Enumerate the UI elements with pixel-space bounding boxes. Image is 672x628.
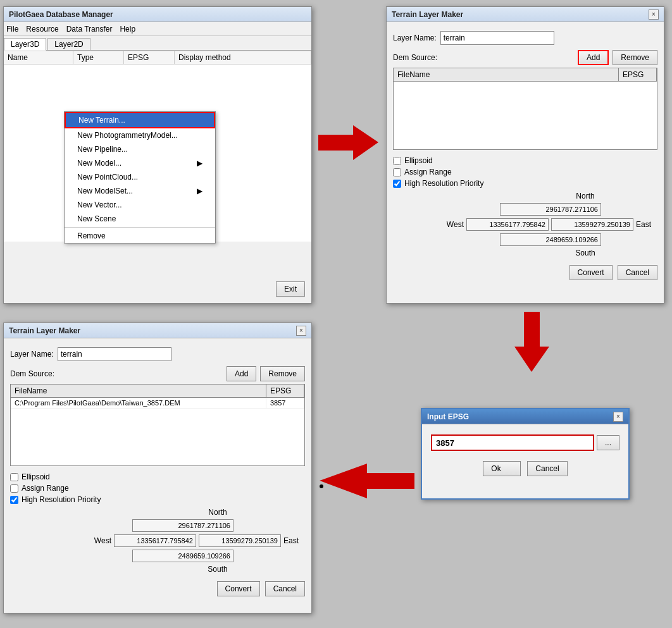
exit-button[interactable]: Exit bbox=[276, 281, 305, 297]
menu-help[interactable]: Help bbox=[120, 25, 135, 34]
bl-west-label-inline: West bbox=[94, 536, 111, 545]
bl-coord-section: North West East South bbox=[4, 505, 311, 576]
bl-assign-range-label: Assign Range bbox=[22, 484, 69, 493]
tr-convert-button[interactable]: Convert bbox=[569, 265, 613, 280]
bl-cancel-button[interactable]: Cancel bbox=[265, 581, 305, 596]
bl-layer-name-row: Layer Name: bbox=[4, 345, 311, 364]
tr-ellipsoid-label: Ellipsoid bbox=[404, 156, 433, 165]
terrain-maker-bl-title: Terrain Layer Maker bbox=[9, 326, 80, 335]
bl-file-table-body: C:\Program Files\PilotGaea\Demo\Taiwan_3… bbox=[11, 398, 304, 461]
bl-east-label-inline: East bbox=[283, 536, 299, 545]
tab-layer2d[interactable]: Layer2D bbox=[47, 38, 90, 50]
tab-layer3d[interactable]: Layer3D bbox=[4, 38, 46, 51]
bl-assign-range-row: Assign Range bbox=[4, 483, 311, 494]
input-epsg-form: ... Ok Cancel bbox=[422, 424, 628, 483]
terrain-maker-tr-titlebar: Terrain Layer Maker × bbox=[387, 7, 664, 22]
bl-convert-button[interactable]: Convert bbox=[217, 581, 260, 596]
context-new-pointcloud[interactable]: New PointCloud... bbox=[65, 170, 215, 184]
tr-assign-range-row: Assign Range bbox=[387, 166, 664, 178]
tr-south-label: South bbox=[513, 249, 657, 257]
bl-dem-source-label: Dem Source: bbox=[10, 369, 54, 378]
epsg-browse-button[interactable]: ... bbox=[597, 435, 619, 450]
db-manager-window: PilotGaea Database Manager File Resource… bbox=[3, 6, 312, 304]
bl-add-button[interactable]: Add bbox=[227, 366, 256, 381]
context-new-modelset[interactable]: New ModelSet... ▶ bbox=[65, 184, 215, 198]
epsg-ok-button[interactable]: Ok bbox=[483, 461, 521, 476]
bl-west-input[interactable] bbox=[114, 534, 196, 547]
tr-high-res-checkbox[interactable] bbox=[393, 180, 401, 188]
bl-ellipsoid-checkbox[interactable] bbox=[10, 473, 18, 481]
tr-high-res-label: High Resolution Priority bbox=[404, 179, 483, 188]
bl-file-table-header: FileName EPSG bbox=[11, 385, 304, 398]
menu-file[interactable]: File bbox=[6, 25, 18, 34]
context-new-model[interactable]: New Model... ▶ bbox=[65, 156, 215, 170]
tr-coord-section: North West East South bbox=[387, 189, 664, 260]
tr-remove-button[interactable]: Remove bbox=[613, 50, 657, 65]
bl-high-res-row: High Resolution Priority bbox=[4, 494, 311, 505]
th-display: Display method bbox=[175, 51, 311, 64]
input-epsg-close[interactable]: × bbox=[613, 412, 623, 422]
menu-data-transfer[interactable]: Data Transfer bbox=[66, 25, 113, 34]
arrow-left bbox=[316, 462, 418, 500]
terrain-maker-tr-title: Terrain Layer Maker bbox=[392, 10, 463, 19]
context-new-pipeline[interactable]: New Pipeline... bbox=[65, 142, 215, 156]
context-new-terrain[interactable]: New Terrain... bbox=[65, 112, 215, 128]
context-separator bbox=[65, 227, 215, 228]
menu-bar: File Resource Data Transfer Help bbox=[4, 22, 311, 36]
bl-assign-range-checkbox[interactable] bbox=[10, 484, 18, 493]
arrow-down bbox=[513, 310, 551, 373]
table-header: Name Type EPSG Display method bbox=[4, 51, 311, 65]
th-type: Type bbox=[73, 51, 124, 64]
bl-ellipsoid-row: Ellipsoid bbox=[4, 471, 311, 483]
bl-high-res-checkbox[interactable] bbox=[10, 496, 18, 504]
context-new-scene[interactable]: New Scene bbox=[65, 212, 215, 226]
bl-east-input[interactable] bbox=[199, 534, 281, 547]
submenu-arrow2: ▶ bbox=[197, 187, 202, 195]
tr-file-table-header: FileName EPSG bbox=[394, 68, 657, 82]
input-epsg-window: Input EPSG × ... Ok Cancel bbox=[421, 408, 630, 500]
bl-south-input[interactable] bbox=[132, 550, 233, 562]
tab-bar: Layer3D Layer2D bbox=[4, 36, 311, 51]
context-new-vector[interactable]: New Vector... bbox=[65, 198, 215, 212]
submenu-arrow: ▶ bbox=[197, 159, 202, 168]
bl-layer-name-input[interactable] bbox=[58, 347, 171, 361]
tr-th-epsg: EPSG bbox=[619, 68, 657, 81]
epsg-cancel-button[interactable]: Cancel bbox=[527, 461, 567, 476]
th-epsg: EPSG bbox=[124, 51, 175, 64]
tr-north-label: North bbox=[513, 192, 657, 200]
bl-ellipsoid-label: Ellipsoid bbox=[22, 472, 50, 481]
bl-file-table: FileName EPSG C:\Program Files\PilotGaea… bbox=[10, 384, 305, 466]
terrain-maker-bl-window: Terrain Layer Maker × Layer Name: Dem So… bbox=[3, 323, 312, 613]
tr-layer-name-label: Layer Name: bbox=[393, 34, 437, 42]
tr-file-table: FileName EPSG bbox=[393, 68, 657, 150]
bl-north-input[interactable] bbox=[132, 519, 233, 532]
context-new-photogrammetry[interactable]: New PhotogrammetryModel... bbox=[65, 128, 215, 142]
tr-south-input[interactable] bbox=[500, 233, 601, 246]
bl-north-label: North bbox=[130, 508, 305, 517]
tr-file-table-body bbox=[394, 82, 657, 145]
exit-btn-row: Exit bbox=[276, 281, 305, 297]
bl-remove-button[interactable]: Remove bbox=[260, 366, 305, 381]
tr-west-input[interactable] bbox=[466, 218, 549, 231]
menu-resource[interactable]: Resource bbox=[26, 25, 58, 34]
tr-dem-source-label: Dem Source: bbox=[393, 53, 437, 62]
bl-th-filename: FileName bbox=[11, 385, 266, 397]
tr-cancel-button[interactable]: Cancel bbox=[618, 265, 657, 280]
terrain-maker-bl-close[interactable]: × bbox=[296, 326, 306, 336]
terrain-maker-tr-window: Terrain Layer Maker × Layer Name: Dem So… bbox=[386, 6, 664, 304]
context-remove[interactable]: Remove bbox=[65, 229, 215, 243]
epsg-input[interactable] bbox=[431, 434, 594, 451]
tr-east-label-inline: East bbox=[636, 220, 651, 229]
tr-add-button[interactable]: Add bbox=[578, 50, 609, 65]
svg-marker-1 bbox=[514, 312, 549, 372]
tr-layer-name-input[interactable] bbox=[440, 31, 554, 45]
tr-assign-range-checkbox[interactable] bbox=[393, 168, 401, 176]
input-epsg-input-row: ... bbox=[431, 434, 619, 451]
tr-ellipsoid-checkbox[interactable] bbox=[393, 157, 401, 165]
svg-marker-2 bbox=[320, 464, 414, 498]
terrain-maker-tr-close[interactable]: × bbox=[649, 9, 659, 20]
dot-marker bbox=[320, 484, 323, 488]
tr-east-input[interactable] bbox=[551, 218, 633, 231]
tr-button-row: Convert Cancel bbox=[387, 260, 664, 285]
tr-north-input[interactable] bbox=[500, 203, 601, 216]
